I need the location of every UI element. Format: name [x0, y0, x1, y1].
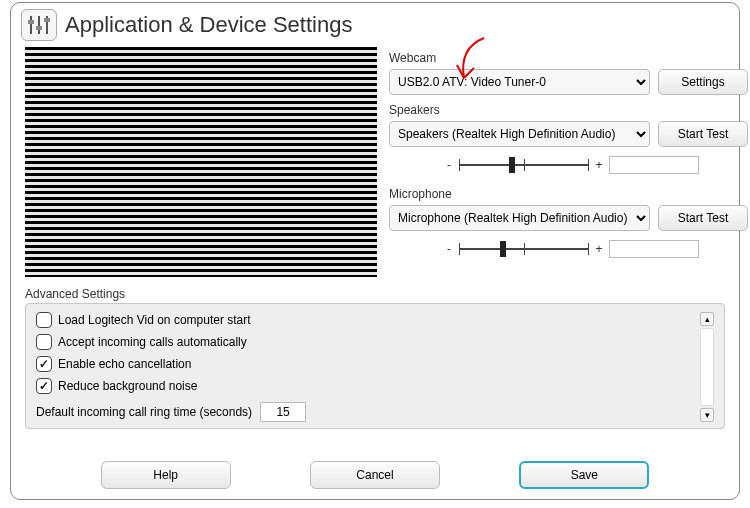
equalizer-icon	[21, 9, 57, 41]
microphone-volume-slider[interactable]	[459, 239, 589, 259]
ring-time-label: Default incoming call ring time (seconds…	[36, 405, 252, 419]
plus-icon: +	[595, 242, 603, 256]
advanced-label: Advanced Settings	[25, 287, 725, 301]
echo-cancel-label: Enable echo cancellation	[58, 357, 191, 371]
svg-rect-5	[44, 18, 50, 22]
microphone-label: Microphone	[389, 187, 748, 201]
scroll-down-icon[interactable]: ▾	[700, 408, 714, 422]
webcam-preview	[25, 47, 377, 277]
speakers-level-meter	[609, 156, 699, 174]
microphone-level-meter	[609, 240, 699, 258]
speakers-label: Speakers	[389, 103, 748, 117]
settings-dialog: Application & Device Settings Webcam USB…	[10, 2, 740, 500]
webcam-select[interactable]: USB2.0 ATV: Video Tuner-0	[389, 69, 650, 95]
speakers-select[interactable]: Speakers (Realtek High Definition Audio)	[389, 121, 650, 147]
advanced-fieldset: Load Logitech Vid on computer start Acce…	[25, 303, 725, 429]
save-button[interactable]: Save	[519, 461, 649, 489]
minus-icon: -	[445, 158, 453, 172]
page-title: Application & Device Settings	[65, 12, 352, 38]
scroll-up-icon[interactable]: ▴	[700, 312, 714, 326]
webcam-label: Webcam	[389, 51, 748, 65]
advanced-scrollbar[interactable]: ▴ ▾	[700, 312, 714, 422]
auto-accept-checkbox[interactable]	[36, 334, 52, 350]
svg-rect-3	[28, 20, 34, 24]
help-button[interactable]: Help	[101, 461, 231, 489]
svg-rect-4	[36, 26, 42, 30]
echo-cancel-checkbox[interactable]	[36, 356, 52, 372]
minus-icon: -	[445, 242, 453, 256]
webcam-settings-button[interactable]: Settings	[658, 69, 748, 95]
load-on-start-label: Load Logitech Vid on computer start	[58, 313, 251, 327]
dialog-footer: Help Cancel Save	[11, 461, 739, 489]
reduce-noise-label: Reduce background noise	[58, 379, 197, 393]
auto-accept-label: Accept incoming calls automatically	[58, 335, 247, 349]
plus-icon: +	[595, 158, 603, 172]
titlebar: Application & Device Settings	[11, 3, 739, 41]
microphone-select[interactable]: Microphone (Realtek High Definition Audi…	[389, 205, 650, 231]
microphone-test-button[interactable]: Start Test	[658, 205, 748, 231]
ring-time-input[interactable]	[260, 402, 306, 422]
reduce-noise-checkbox[interactable]	[36, 378, 52, 394]
load-on-start-checkbox[interactable]	[36, 312, 52, 328]
speakers-volume-slider[interactable]	[459, 155, 589, 175]
speakers-test-button[interactable]: Start Test	[658, 121, 748, 147]
cancel-button[interactable]: Cancel	[310, 461, 440, 489]
